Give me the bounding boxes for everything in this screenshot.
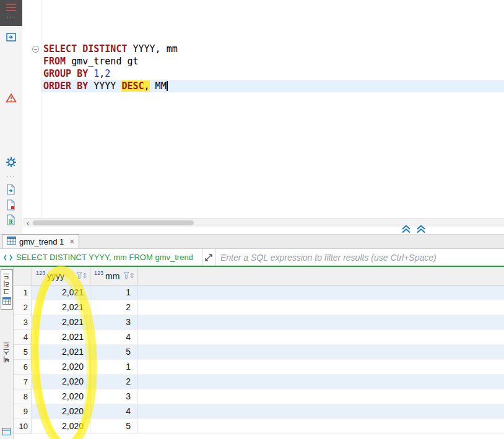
grid-header-filler [137, 267, 504, 285]
expand-filter-icon[interactable] [202, 249, 215, 266]
table-row: 82,0203 [14, 389, 504, 404]
row-filler [137, 330, 504, 345]
grid-corner-cell[interactable] [14, 267, 32, 285]
row-number[interactable]: 1 [14, 285, 32, 300]
text-tab-label: 텍스트 [2, 341, 12, 363]
row-filler [137, 315, 504, 330]
cell-mm[interactable]: 4 [90, 404, 137, 419]
row-number[interactable]: 7 [14, 375, 32, 389]
cell-yyyy[interactable]: 2,020 [32, 404, 90, 419]
fold-collapse-icon[interactable] [32, 46, 39, 53]
cell-mm[interactable]: 1 [90, 285, 137, 300]
row-filler [137, 300, 504, 315]
cell-mm[interactable]: 2 [90, 300, 137, 315]
table-row: 62,0201 [14, 360, 504, 375]
menu-icon[interactable] [6, 4, 16, 11]
numeric-type-icon: 123 [94, 270, 103, 276]
overflow-menu-icon[interactable]: ··· [7, 14, 16, 20]
dbeaver-sql-editor-window: ··· ··· SELECT DISTINCT YYYY, mmFROM gmv… [0, 0, 504, 439]
sql-editor[interactable]: SELECT DISTINCT YYYY, mmFROM gmv_trend g… [23, 0, 504, 218]
row-number[interactable]: 10 [14, 419, 32, 434]
cell-yyyy[interactable]: 2,021 [32, 315, 90, 330]
filter-sort-icon[interactable] [123, 271, 134, 281]
cell-yyyy[interactable]: 2,020 [32, 389, 90, 404]
code-line[interactable]: ORDER BY YYYY DESC, MM [41, 80, 504, 92]
row-filler [137, 404, 504, 419]
cell-mm[interactable]: 5 [90, 419, 137, 434]
row-number[interactable]: 9 [14, 404, 32, 419]
row-number[interactable]: 5 [14, 345, 32, 360]
warning-icon[interactable] [2, 90, 20, 105]
editor-left-toolbar: ··· ··· [0, 0, 22, 234]
results-tab-bar: gmv_trend 1 × [0, 234, 504, 249]
row-filler [137, 285, 504, 300]
export-file-icon[interactable] [2, 182, 20, 197]
column-header-yyyy[interactable]: 123 yyyy [32, 267, 90, 285]
cell-yyyy[interactable]: 2,020 [32, 360, 90, 375]
row-number[interactable]: 6 [14, 360, 32, 375]
cell-mm[interactable]: 5 [90, 345, 137, 360]
code-line[interactable]: FROM gmv_trend gt [41, 55, 504, 67]
row-filler [137, 389, 504, 404]
text-cursor [167, 81, 168, 91]
cell-mm[interactable]: 3 [90, 389, 137, 404]
row-number[interactable]: 4 [14, 330, 32, 345]
cell-yyyy[interactable]: 2,020 [32, 375, 90, 389]
editor-gutter [23, 0, 41, 218]
row-number[interactable]: 2 [14, 300, 32, 315]
code-line[interactable]: GROUP BY 1,2 [41, 67, 504, 80]
results-panel: 그리드 텍스트 123 yyyy [0, 267, 504, 439]
overflow-menu-icon[interactable]: ··· [2, 168, 20, 183]
active-query-preview[interactable]: SELECT DISTINCT YYYY, mm FROM gmv_trend [16, 253, 202, 262]
panel-restore-controls [401, 225, 426, 235]
gutter-line [23, 55, 41, 67]
file-error-icon[interactable] [2, 198, 20, 212]
results-panel-icon[interactable] [2, 428, 11, 437]
grid-table-icon [7, 237, 16, 246]
sql-console-icon[interactable] [2, 30, 20, 45]
editor-horizontal-scrollbar[interactable]: ‹ [23, 218, 504, 227]
tab-close-icon[interactable]: × [69, 237, 74, 246]
grid-header: 123 yyyy 123 mm [14, 267, 504, 285]
row-number[interactable]: 8 [14, 389, 32, 404]
scroll-left-icon[interactable]: ‹ [23, 219, 33, 227]
row-filler [137, 419, 504, 434]
filter-sort-icon[interactable] [76, 271, 87, 281]
cell-yyyy[interactable]: 2,021 [32, 300, 90, 315]
cell-yyyy[interactable]: 2,021 [32, 345, 90, 360]
grid-tab-label: 그리드 [2, 272, 12, 295]
results-view-tab-text[interactable]: 텍스트 [1, 338, 13, 365]
cell-yyyy[interactable]: 2,021 [32, 330, 90, 345]
table-row: 102,0205 [14, 419, 504, 434]
table-row: 72,0202 [14, 375, 504, 389]
cell-yyyy[interactable]: 2,021 [32, 285, 90, 300]
scrollbar-thumb[interactable] [33, 220, 194, 225]
column-header-mm[interactable]: 123 mm [90, 267, 137, 285]
table-row: 32,0213 [14, 315, 504, 330]
editor-code-area[interactable]: SELECT DISTINCT YYYY, mmFROM gmv_trend g… [41, 0, 504, 218]
row-filler [137, 360, 504, 375]
table-row: 12,0211 [14, 285, 504, 300]
table-row: 42,0214 [14, 330, 504, 345]
results-tab[interactable]: gmv_trend 1 × [2, 234, 79, 248]
code-line[interactable]: SELECT DISTINCT YYYY, mm [41, 43, 504, 55]
filter-input[interactable] [215, 249, 504, 266]
double-chevron-up-icon[interactable] [416, 225, 426, 235]
results-view-tab-grid[interactable]: 그리드 [1, 269, 13, 310]
cell-mm[interactable]: 4 [90, 330, 137, 345]
gutter-line [23, 43, 41, 55]
row-number[interactable]: 3 [14, 315, 32, 330]
grid-rows: 12,021122,021232,021342,021452,021562,02… [14, 285, 504, 434]
filter-sql-icon [3, 254, 13, 261]
gutter-line [23, 67, 41, 80]
spreadsheet-file-icon[interactable] [2, 212, 20, 227]
cell-mm[interactable]: 2 [90, 375, 137, 389]
results-filter-bar: SELECT DISTINCT YYYY, mm FROM gmv_trend [0, 249, 504, 267]
cell-yyyy[interactable]: 2,020 [32, 419, 90, 434]
results-tab-label: gmv_trend 1 [19, 237, 64, 246]
cell-mm[interactable]: 3 [90, 315, 137, 330]
cell-mm[interactable]: 1 [90, 360, 137, 375]
gutter-line [23, 80, 41, 92]
double-chevron-up-icon[interactable] [401, 225, 411, 235]
settings-gear-icon[interactable] [2, 155, 20, 170]
